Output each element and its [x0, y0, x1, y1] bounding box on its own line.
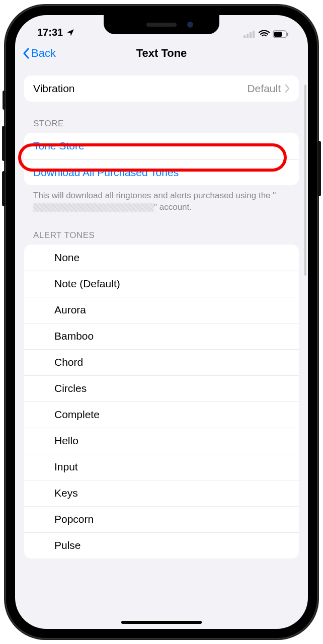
- location-icon: [66, 28, 75, 37]
- tone-label: Popcorn: [54, 513, 94, 525]
- chevron-left-icon: [22, 47, 30, 59]
- tone-item-pulse[interactable]: Pulse: [24, 532, 299, 558]
- iphone-frame: 17:31: [5, 5, 318, 639]
- download-all-cell[interactable]: Download All Purchased Tones: [24, 159, 299, 185]
- tone-store-cell[interactable]: Tone Store: [24, 133, 299, 159]
- tone-item-input[interactable]: Input: [24, 454, 299, 480]
- tone-store-label: Tone Store: [33, 140, 85, 152]
- vibration-label: Vibration: [33, 83, 75, 95]
- svg-rect-3: [253, 31, 255, 38]
- tone-label: Chord: [54, 356, 83, 368]
- tone-item-circles[interactable]: Circles: [24, 375, 299, 401]
- store-section-header: STORE: [24, 102, 299, 133]
- tone-label: Complete: [54, 409, 100, 421]
- tone-label: None: [54, 252, 79, 264]
- tone-item-popcorn[interactable]: Popcorn: [24, 506, 299, 532]
- earpiece-speaker: [146, 23, 177, 27]
- tone-item-chord[interactable]: Chord: [24, 349, 299, 375]
- svg-rect-2: [250, 32, 252, 38]
- tone-label: Bamboo: [54, 330, 94, 342]
- vibration-cell[interactable]: Vibration Default: [24, 75, 299, 102]
- vibration-value: Default: [247, 83, 281, 95]
- tone-label: Keys: [54, 487, 78, 499]
- page-title: Text Tone: [136, 47, 187, 60]
- tone-item-complete[interactable]: Complete: [24, 401, 299, 428]
- svg-rect-5: [274, 32, 282, 37]
- tone-label: Aurora: [54, 304, 86, 316]
- alert-tones-header: ALERT TONES: [24, 213, 299, 245]
- navigation-bar: Back Text Tone: [15, 39, 308, 67]
- tone-label: Hello: [54, 435, 78, 447]
- notch: [104, 15, 219, 34]
- tone-label: Circles: [54, 382, 87, 394]
- store-footer-prefix: This will download all ringtones and ale…: [33, 191, 276, 200]
- chevron-right-icon: [285, 84, 290, 93]
- svg-rect-6: [287, 33, 288, 36]
- redacted-account: [33, 203, 154, 212]
- power-button: [317, 141, 321, 196]
- tone-label: Pulse: [54, 539, 81, 551]
- wifi-icon: [259, 30, 270, 38]
- svg-rect-1: [247, 34, 249, 38]
- store-footer-suffix: " account.: [154, 202, 192, 212]
- mute-switch: [3, 91, 6, 110]
- volume-down-button: [2, 171, 6, 206]
- tone-item-bamboo[interactable]: Bamboo: [24, 323, 299, 349]
- store-group: Tone Store Download All Purchased Tones: [24, 133, 299, 185]
- vibration-group: Vibration Default: [24, 75, 299, 102]
- tone-item-note-default[interactable]: Note (Default): [24, 271, 299, 297]
- alert-tones-list: None Note (Default) Aurora Bamboo Chord …: [24, 245, 299, 558]
- tone-item-keys[interactable]: Keys: [24, 480, 299, 506]
- back-button[interactable]: Back: [22, 47, 56, 60]
- home-indicator[interactable]: [121, 621, 202, 624]
- cellular-signal-icon: [244, 30, 256, 38]
- volume-up-button: [2, 126, 6, 161]
- download-all-label: Download All Purchased Tones: [33, 167, 179, 179]
- tone-label: Input: [54, 461, 78, 473]
- status-time: 17:31: [37, 27, 63, 38]
- svg-rect-0: [244, 35, 246, 38]
- store-footer-note: This will download all ringtones and ale…: [24, 185, 299, 213]
- back-label: Back: [31, 47, 56, 60]
- tone-item-none[interactable]: None: [24, 245, 299, 271]
- screen: 17:31: [15, 15, 308, 629]
- tone-label: Note (Default): [54, 278, 120, 290]
- battery-icon: [273, 30, 289, 38]
- tone-item-hello[interactable]: Hello: [24, 428, 299, 454]
- front-camera: [187, 22, 193, 28]
- tone-item-aurora[interactable]: Aurora: [24, 297, 299, 323]
